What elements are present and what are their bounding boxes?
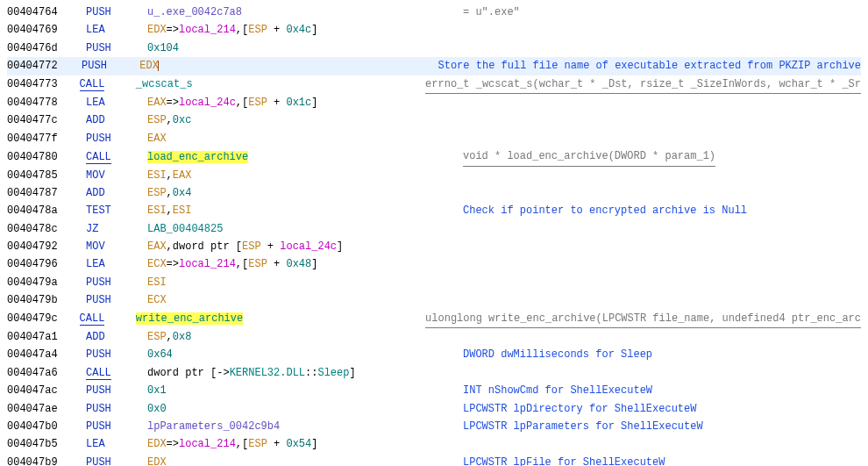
operand-token: 0x104 bbox=[147, 42, 179, 54]
comment: errno_t _wcscat_s(wchar_t * _Dst, rsize_… bbox=[425, 75, 861, 94]
disasm-row[interactable]: 004047acPUSH0x1INT nShowCmd for ShellExe… bbox=[7, 382, 861, 399]
disasm-row[interactable]: 004047b9PUSHEDXLPCWSTR lpFile for ShellE… bbox=[7, 454, 861, 466]
disasm-row[interactable]: 004047b0PUSHlpParameters_0042c9b4LPCWSTR… bbox=[7, 418, 861, 435]
disasm-row[interactable]: 00404778LEAEAX=>local_24c,[ESP + 0x1c] bbox=[7, 94, 861, 111]
operand-token: ] bbox=[337, 240, 343, 253]
disasm-row[interactable]: 004047aePUSH0x0LPCWSTR lpDirectory for S… bbox=[7, 400, 861, 418]
disasm-row[interactable]: 00404792MOVEAX,dword ptr [ESP + local_24… bbox=[7, 238, 861, 255]
operand-token: ESI bbox=[173, 204, 192, 217]
operands: write_enc_archive bbox=[136, 310, 425, 327]
operand-token: 0x64 bbox=[147, 348, 173, 361]
operand-token: LAB_00404825 bbox=[147, 223, 223, 235]
address: 00404769 bbox=[7, 21, 86, 39]
disasm-row[interactable]: 0040477cADDESP,0xc bbox=[7, 111, 861, 129]
address: 00404778 bbox=[7, 94, 86, 111]
operands: u_.exe_0042c7a8 bbox=[147, 4, 463, 21]
operands: dword ptr [->KERNEL32.DLL::Sleep] bbox=[147, 364, 463, 382]
mnemonic: LEA bbox=[86, 258, 105, 270]
operand-token: EDX bbox=[139, 60, 159, 72]
disasm-row[interactable]: 004047a1ADDESP,0x8 bbox=[7, 328, 861, 346]
comment: Check if pointer to encrypted archive is… bbox=[463, 202, 747, 219]
disasm-row[interactable]: 00404772PUSHEDXStore the full file name … bbox=[7, 57, 861, 75]
operand-token: ESI bbox=[147, 169, 167, 182]
operand-token: local_214 bbox=[179, 438, 236, 450]
mnemonic: MOV bbox=[86, 240, 105, 253]
operands: 0x1 bbox=[147, 382, 463, 399]
address: 00404785 bbox=[7, 167, 86, 184]
operand-token: EDX bbox=[147, 438, 167, 450]
operands: 0x64 bbox=[147, 346, 463, 363]
operands: EDX bbox=[139, 57, 438, 75]
disasm-row[interactable]: 00404796LEAECX=>local_214,[ESP + 0x48] bbox=[7, 255, 861, 273]
operand-token: :: bbox=[305, 367, 317, 379]
address: 00404772 bbox=[7, 57, 82, 75]
disasm-row[interactable]: 00404773CALL_wcscat_serrno_t _wcscat_s(w… bbox=[7, 75, 861, 94]
operand-token: 0x54 bbox=[286, 438, 311, 450]
disassembly-listing[interactable]: 00404764PUSHu_.exe_0042c7a8= u".exe"0040… bbox=[7, 4, 861, 466]
disasm-row[interactable]: 004047b5LEAEDX=>local_214,[ESP + 0x54] bbox=[7, 435, 861, 453]
operand-token: => bbox=[167, 24, 179, 36]
disasm-row[interactable]: 0040477fPUSHEAX bbox=[7, 130, 861, 147]
mnemonic: LEA bbox=[86, 24, 105, 36]
disasm-row[interactable]: 0040479cCALLwrite_enc_archiveulonglong w… bbox=[7, 310, 861, 328]
mnemonic: PUSH bbox=[86, 276, 111, 289]
disasm-row[interactable]: 0040476dPUSH0x104 bbox=[7, 39, 861, 57]
text-caret bbox=[158, 61, 159, 71]
operands: EAX bbox=[147, 130, 463, 147]
mnemonic: LEA bbox=[86, 438, 105, 450]
address: 00404787 bbox=[7, 184, 86, 202]
disasm-row[interactable]: 004047a4PUSH0x64DWORD dwMilliseconds for… bbox=[7, 346, 861, 363]
operand-token: ESP bbox=[147, 187, 167, 199]
operand-token: , bbox=[167, 204, 173, 217]
address: 0040476d bbox=[7, 39, 86, 57]
disasm-row[interactable]: 00404769LEAEDX=>local_214,[ESP + 0x4c] bbox=[7, 21, 861, 39]
disasm-row[interactable]: 004047a6CALLdword ptr [->KERNEL32.DLL::S… bbox=[7, 364, 861, 382]
address: 0040478c bbox=[7, 220, 86, 238]
mnemonic: PUSH bbox=[86, 42, 111, 54]
mnemonic: PUSH bbox=[86, 456, 111, 466]
address: 004047a6 bbox=[7, 364, 86, 382]
address: 0040478a bbox=[7, 202, 86, 219]
address: 0040479b bbox=[7, 291, 86, 309]
disasm-row[interactable]: 00404780CALLload_enc_archivevoid * load_… bbox=[7, 147, 861, 166]
operand-token: Sleep bbox=[317, 367, 349, 379]
operands: ESP,0x8 bbox=[147, 328, 463, 346]
mnemonic: CALL bbox=[86, 151, 111, 164]
disasm-row[interactable]: 0040479bPUSHECX bbox=[7, 291, 861, 309]
disasm-row[interactable]: 00404787ADDESP,0x4 bbox=[7, 184, 861, 202]
operand-token: ECX bbox=[147, 258, 167, 270]
operand-token: local_214 bbox=[179, 258, 236, 270]
operand-token: ECX bbox=[147, 294, 167, 306]
operand-token: 0x8 bbox=[173, 331, 192, 343]
operand-token: EAX bbox=[147, 133, 167, 145]
comment: = u".exe" bbox=[463, 4, 520, 21]
address: 0040477c bbox=[7, 111, 86, 129]
operand-token: EAX bbox=[147, 97, 167, 109]
comment: DWORD dwMilliseconds for Sleep bbox=[463, 346, 652, 363]
disasm-row[interactable]: 0040479aPUSHESI bbox=[7, 274, 861, 291]
operand-token: 0xc bbox=[173, 114, 192, 126]
operand-token: => bbox=[167, 97, 179, 109]
disasm-row[interactable]: 00404785MOVESI,EAX bbox=[7, 167, 861, 184]
operand-token: local_214 bbox=[179, 24, 236, 36]
comment: void * load_enc_archive(DWORD * param_1) bbox=[463, 147, 715, 166]
operand-token: EAX bbox=[173, 169, 192, 182]
address: 004047a1 bbox=[7, 328, 86, 346]
operands: 0x104 bbox=[147, 39, 463, 57]
operand-token: ESP bbox=[248, 258, 267, 270]
operands: ESP,0x4 bbox=[147, 184, 463, 202]
disasm-row[interactable]: 0040478cJZLAB_00404825 bbox=[7, 220, 861, 238]
operands: lpParameters_0042c9b4 bbox=[147, 418, 463, 435]
address: 0040477f bbox=[7, 130, 86, 147]
operands: _wcscat_s bbox=[136, 75, 425, 93]
mnemonic: LEA bbox=[86, 97, 105, 109]
mnemonic: PUSH bbox=[86, 403, 111, 415]
disasm-row[interactable]: 0040478aTESTESI,ESICheck if pointer to e… bbox=[7, 202, 861, 219]
comment: ulonglong write_enc_archive(LPCWSTR file… bbox=[425, 310, 861, 328]
operand-token: EDX bbox=[147, 24, 167, 36]
operand-token: ] bbox=[311, 258, 317, 270]
mnemonic: PUSH bbox=[86, 384, 111, 397]
operand-token: , bbox=[167, 169, 173, 182]
disasm-row[interactable]: 00404764PUSHu_.exe_0042c7a8= u".exe" bbox=[7, 4, 861, 21]
mnemonic: PUSH bbox=[86, 420, 111, 433]
